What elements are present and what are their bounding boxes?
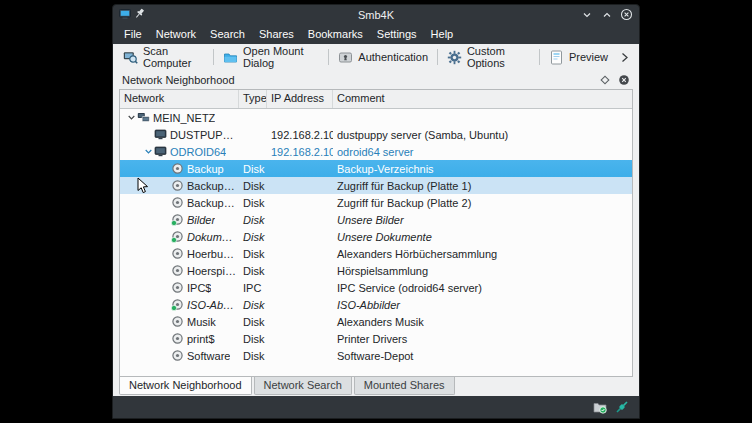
toolbar-button-preview[interactable]: Preview [543,47,614,68]
cell-network: print$ [120,330,239,347]
cell-comment: Unsere Dokumente [333,228,632,245]
share-icon [171,349,184,362]
indent-spacer [160,214,171,225]
cell-type [239,126,267,143]
mounted-share-indicator-icon[interactable] [593,400,607,414]
cell-comment: odroid64 server [333,143,632,160]
cell-network: BackupPlatte2$ [120,194,239,211]
cell-network: Dokumente [120,228,239,245]
menubar: FileNetworkSearchSharesBookmarksSettings… [113,24,639,44]
tab-network-neighborhood[interactable]: Network Neighborhood [119,377,252,395]
row-label: Hoerspiele [187,265,237,277]
table-row-mein-netz[interactable]: MEIN_NETZ [120,109,632,126]
table-row-dokumente[interactable]: DokumenteDiskUnsere Dokumente [120,228,632,245]
toolbar-overflow-icon[interactable] [614,52,635,63]
toolbar-separator [539,49,540,65]
table-row-print[interactable]: print$DiskPrinter Drivers [120,330,632,347]
table-row-backup[interactable]: BackupDiskBackup-Verzeichnis [120,160,632,177]
cell-type: Disk [239,211,267,228]
row-label: Bilder [187,214,215,226]
table-row-iso-abbilder[interactable]: ISO-AbbilderDiskISO-Abbilder [120,296,632,313]
menu-file[interactable]: File [117,26,149,42]
cell-type: Disk [239,330,267,347]
menu-network[interactable]: Network [149,26,203,42]
column-header-comment[interactable]: Comment [333,90,632,108]
row-label: Musik [187,316,216,328]
expander-icon[interactable] [143,146,154,157]
column-header-ip-address[interactable]: IP Address [267,90,333,108]
table-row-hoerspiele[interactable]: HoerspieleDiskHörspielsammlung [120,262,632,279]
column-header-network[interactable]: Network [120,90,239,108]
indent-spacer [160,265,171,276]
toolbar-button-authentication[interactable]: Authentication [332,47,434,68]
toolbar-button-label: Open Mount Dialog [243,45,320,69]
toolbar-button-label: Authentication [358,51,428,63]
table-row-backupplatte1[interactable]: BackupPlatte1$DiskZugriff für Backup (Pl… [120,177,632,194]
row-label: print$ [187,333,215,345]
table-row-dustpuppy[interactable]: DUSTPUPPY192.168.2.105dustpuppy server (… [120,126,632,143]
tab-mounted-shares[interactable]: Mounted Shares [354,377,455,395]
computer-icon [154,128,167,141]
indent-spacer [160,180,171,191]
cell-type: Disk [239,262,267,279]
menu-help[interactable]: Help [424,26,461,42]
cell-type: Disk [239,245,267,262]
custom-options-icon [447,50,462,65]
toolbar-button-custom-options[interactable]: Custom Options [441,42,536,72]
cell-type: Disk [239,228,267,245]
maximize-button[interactable] [600,8,613,21]
table-row-musik[interactable]: MusikDiskAlexanders Musik [120,313,632,330]
minimize-button[interactable] [580,8,593,21]
cell-network: MEIN_NETZ [120,109,239,126]
toolbar: Scan ComputerOpen Mount DialogAuthentica… [113,44,639,70]
cell-ip: 192.168.2.105 [267,126,333,143]
app-icon [119,6,131,24]
row-label: ISO-Abbilder [187,299,237,311]
dock-float-icon[interactable] [600,75,610,85]
titlebar[interactable]: Smb4K [113,5,639,24]
toolbar-button-scan-computer[interactable]: Scan Computer [117,42,210,72]
dock-close-icon[interactable] [618,74,630,86]
tab-network-search[interactable]: Network Search [254,377,352,395]
share-icon [171,247,184,260]
cell-comment: Software-Depot [333,347,632,364]
cell-network: Bilder [120,211,239,228]
pin-icon [135,6,145,24]
table-row-hoerbuecher[interactable]: HoerbuecherDiskAlexanders Hörbüchersamml… [120,245,632,262]
cell-comment: Alexanders Musik [333,313,632,330]
menu-search[interactable]: Search [203,26,252,42]
share-icon [171,264,184,277]
window-title: Smb4K [113,9,639,21]
indent-spacer [160,231,171,242]
indent-spacer [160,350,171,361]
table-row-backupplatte2[interactable]: BackupPlatte2$DiskZugriff für Backup (Pl… [120,194,632,211]
share-mounted-icon [171,213,184,226]
column-header-type[interactable]: Type [239,90,267,108]
menu-shares[interactable]: Shares [252,26,301,42]
cell-comment: IPC Service (odroid64 server) [333,279,632,296]
cell-type: Disk [239,296,267,313]
dock-title: Network Neighborhood [122,74,235,86]
cell-comment: dustpuppy server (Samba, Ubuntu) [333,126,632,143]
expander-icon[interactable] [126,112,137,123]
table-row-ipc[interactable]: IPC$IPCIPC Service (odroid64 server) [120,279,632,296]
menu-settings[interactable]: Settings [370,26,424,42]
table-row-bilder[interactable]: BilderDiskUnsere Bilder [120,211,632,228]
share-mounted-icon [171,298,184,311]
table-row-software[interactable]: SoftwareDiskSoftware-Depot [120,347,632,364]
cell-comment: Zugriff für Backup (Platte 2) [333,194,632,211]
close-button[interactable] [620,8,633,21]
cell-network: ODROID64 [120,143,239,160]
network-status-icon[interactable] [615,400,629,414]
cell-ip [267,296,333,313]
menu-bookmarks[interactable]: Bookmarks [301,26,370,42]
indent-spacer [160,333,171,344]
cell-ip [267,160,333,177]
table-row-odroid64[interactable]: ODROID64192.168.2.102odroid64 server [120,143,632,160]
cell-type [239,143,267,160]
cell-network: Software [120,347,239,364]
cell-type: IPC [239,279,267,296]
toolbar-button-open-mount-dialog[interactable]: Open Mount Dialog [217,42,326,72]
smb4k-window: Smb4K FileNetworkSearchSharesBookmarksSe… [112,4,640,419]
indent-spacer [160,163,171,174]
